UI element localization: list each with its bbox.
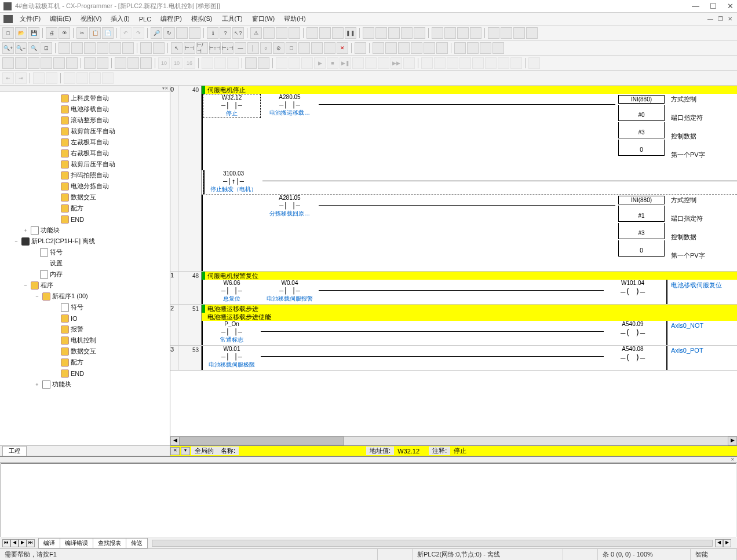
scroll-thumb[interactable]	[180, 437, 344, 445]
tb1-btn[interactable]	[432, 27, 443, 39]
tab-nav2-prev-icon[interactable]: ◀	[715, 539, 723, 547]
tb3-btn[interactable]	[28, 57, 39, 69]
tb2-btn[interactable]	[355, 42, 366, 54]
tb3-btn[interactable]	[510, 57, 522, 69]
tb2-btn[interactable]	[373, 42, 384, 54]
tree-expander-icon[interactable]: +	[34, 382, 41, 387]
contact[interactable]: 3100.03—|↑|—停止触发（电机）	[205, 170, 262, 193]
cursor-button[interactable]: ↖	[171, 42, 183, 54]
tb1-btn[interactable]	[388, 27, 400, 39]
tab-nav2-next-icon[interactable]: ▶	[723, 539, 731, 547]
stop-button[interactable]: ■	[327, 57, 338, 69]
tb1-btn[interactable]: ⚠	[250, 27, 262, 39]
menu-help[interactable]: 帮助(H)	[279, 13, 310, 24]
tb1-btn[interactable]	[457, 27, 469, 39]
tab-nav-prev-icon[interactable]: ◀	[10, 539, 19, 547]
tb1-btn[interactable]	[501, 27, 512, 39]
tb3-btn[interactable]	[258, 57, 269, 69]
tb4-btn[interactable]	[33, 72, 45, 84]
redo-button[interactable]: ↷	[133, 27, 144, 39]
output-tab-errors[interactable]: 编译错误	[60, 538, 93, 548]
tree-node[interactable]: −新程序1 (00)	[0, 291, 170, 302]
contact-no-button[interactable]: ⊢⊣	[184, 42, 195, 54]
contact[interactable]: A281.05—| |—分拣移载回原…	[261, 195, 319, 218]
menu-tools[interactable]: 工具(T)	[217, 13, 247, 24]
tree-tab-project[interactable]: 工程	[2, 446, 27, 456]
tb4-btn[interactable]	[64, 72, 75, 84]
tb3-btn[interactable]	[352, 57, 364, 69]
tree-node[interactable]: 上料皮带自动	[0, 93, 170, 104]
tree-node[interactable]: 配方	[0, 203, 170, 214]
tb2-btn[interactable]	[424, 42, 435, 54]
ladder-hscroll[interactable]: ◀ ▶	[170, 436, 737, 445]
tree-node[interactable]: 设置	[0, 258, 170, 269]
tree-close-icon[interactable]: ✕	[165, 86, 169, 91]
tb3-btn[interactable]	[202, 57, 213, 69]
menu-insert[interactable]: 插入(I)	[106, 13, 134, 24]
tree-node[interactable]: 右裁极耳自动	[0, 148, 170, 159]
tb1-btn[interactable]	[307, 27, 318, 39]
tb2-btn[interactable]	[398, 42, 410, 54]
tree-node[interactable]: END	[0, 214, 170, 225]
tree-node[interactable]: +功能块	[0, 379, 170, 390]
menu-edit[interactable]: 编辑(E)	[45, 13, 76, 24]
tree-node[interactable]: 配方	[0, 357, 170, 368]
tb2-btn[interactable]	[311, 42, 323, 54]
ladder-body[interactable]: 040伺服电机停止W32.12—| |—停止A280.05—| |—电池搬运移载…	[170, 86, 737, 436]
output-body[interactable]	[1, 463, 736, 537]
undo-button[interactable]: ↶	[120, 27, 132, 39]
tb3-btn[interactable]	[472, 57, 484, 69]
info-close-icon[interactable]: ✕	[170, 447, 180, 455]
indent-button[interactable]: ⇥	[15, 72, 27, 84]
tree-node[interactable]: 报警	[0, 324, 170, 335]
function-block[interactable]: INI(880)#1#30	[615, 195, 667, 257]
tree-node[interactable]: 符号	[0, 247, 170, 258]
output-tab-transfer[interactable]: 传送	[126, 538, 148, 548]
open-button[interactable]: 📂	[15, 27, 27, 39]
tree-node[interactable]: −新PLC2[CP1H-E] 离线	[0, 236, 170, 247]
tree-node[interactable]: 数据交互	[0, 346, 170, 357]
tb1-btn[interactable]	[470, 27, 481, 39]
tb3-btn[interactable]	[403, 57, 415, 69]
tb3-btn[interactable]: 16	[184, 57, 195, 69]
zoom-button[interactable]: 🔍	[28, 42, 39, 54]
minimize-button[interactable]: —	[692, 2, 699, 10]
delete-button[interactable]: ✕	[337, 42, 348, 54]
coil-nc-button[interactable]: ⊘	[273, 42, 284, 54]
copy-button[interactable]: 📋	[89, 27, 101, 39]
rung-row[interactable]: W32.12—| |—停止A280.05—| |—电池搬运移载…INI(880)…	[202, 94, 737, 170]
rung-row[interactable]: W6.06—| |—总复位W0.04—| |—电池移载伺服报警W101.04—(…	[202, 280, 737, 304]
contact[interactable]: W0.04—| |—电池移载伺服报警	[261, 280, 319, 303]
save-button[interactable]: 💾	[28, 27, 39, 39]
output-scroll[interactable]	[152, 540, 713, 547]
tb1-btn[interactable]	[263, 27, 275, 39]
zoom-out-button[interactable]: 🔍−	[15, 42, 27, 54]
coil[interactable]: A540.09—( )—	[604, 321, 662, 337]
maximize-button[interactable]: ☐	[710, 2, 717, 10]
outdent-button[interactable]: ⇤	[2, 72, 14, 84]
tb1-btn[interactable]	[401, 27, 413, 39]
func-button[interactable]: □	[286, 42, 297, 54]
zoom-fit-button[interactable]: ⊡	[41, 42, 52, 54]
tree-node[interactable]: 符号	[0, 302, 170, 313]
menu-simulate[interactable]: 模拟(S)	[187, 13, 217, 24]
tb2-btn[interactable]	[71, 42, 83, 54]
tree-node[interactable]: 裁剪后压平自动	[0, 159, 170, 170]
tree-node[interactable]: 电池移载自动	[0, 104, 170, 115]
contact[interactable]: P_On—| |—常通标志	[203, 321, 261, 344]
tb2-btn[interactable]	[411, 42, 422, 54]
tb2-btn[interactable]	[454, 42, 466, 54]
cut-button[interactable]: ✂	[76, 27, 88, 39]
tb3-btn[interactable]	[365, 57, 377, 69]
play-button[interactable]: ▶	[314, 57, 326, 69]
tb3-btn[interactable]	[227, 57, 239, 69]
tb4-btn[interactable]	[76, 72, 88, 84]
tree-node[interactable]: 左裁极耳自动	[0, 137, 170, 148]
mdi-restore[interactable]: ❐	[717, 16, 724, 22]
tree-expander-icon[interactable]: −	[13, 239, 20, 244]
tb1-btn[interactable]	[289, 27, 300, 39]
tb3-btn[interactable]	[447, 57, 458, 69]
tb1-btn[interactable]	[176, 27, 188, 39]
pause-button[interactable]: ❚❚	[345, 27, 356, 39]
preview-button[interactable]: 👁	[59, 27, 70, 39]
